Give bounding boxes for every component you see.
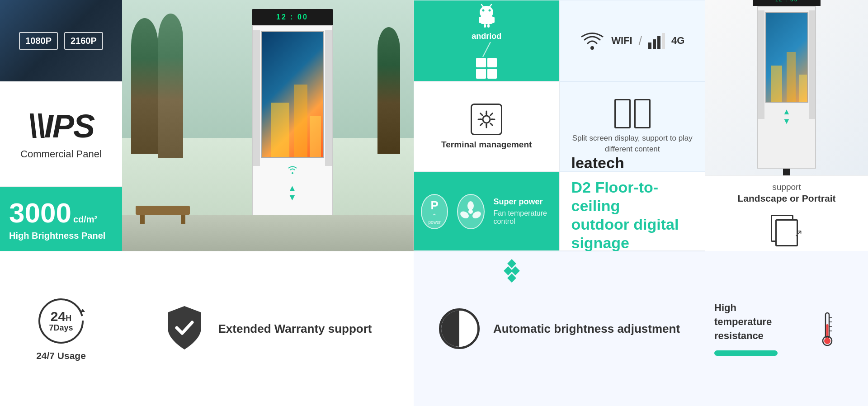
super-power-badge: P ⌃ power: [421, 194, 448, 229]
product-title: D2 Floor-to-ceilingoutdoor digital signa…: [571, 178, 694, 252]
auto-brightness-section: Automatic brightness adjustment: [414, 251, 705, 406]
24h-usage: 24H 7Days 24/7 Usage: [36, 296, 86, 361]
portrait-kiosk-time: 12 : 00: [775, 0, 798, 3]
high-temp-section: High temperature resistance: [705, 251, 787, 406]
orientation-label: Landscape or Portrait: [714, 193, 859, 204]
svg-rect-10: [487, 24, 490, 28]
portrait-arrow-up: ▲: [783, 107, 791, 117]
brightness-half-icon: [439, 308, 480, 349]
high-temp-text: High temperature resistance: [714, 301, 778, 343]
resolution-section: 1080P 2160P: [0, 0, 122, 81]
support-label: support: [714, 182, 859, 192]
24h-circle: 24H 7Days: [36, 296, 86, 346]
super-fan-labels: Super power Fan temperature control: [494, 197, 552, 226]
super-power-sublabel: power: [429, 220, 441, 225]
terminal-label: Terminal management: [441, 140, 532, 150]
warranty-text: Extended Warranty support: [218, 320, 372, 338]
super-fan-cell: P ⌃ power Super power Fan temperature co…: [414, 172, 560, 251]
copy-document-icon: ↗: [771, 215, 802, 246]
svg-point-16: [468, 209, 473, 214]
svg-line-5: [490, 5, 491, 7]
svg-line-4: [481, 5, 483, 7]
main-title-cell: leatech D2 Floor-to-ceilingoutdoor digit…: [560, 172, 706, 251]
orientation-section: support Landscape or Portrait: [705, 175, 868, 210]
product-image-section: 12 : 00: [122, 0, 414, 251]
svg-point-0: [292, 172, 293, 174]
svg-point-12: [483, 116, 490, 123]
days-label: 7Days: [49, 323, 73, 333]
wifi-label: WIFI: [611, 35, 632, 47]
thermometer-section: [787, 251, 868, 406]
hours-label: 24H: [51, 310, 71, 323]
fan-label: Fan temperature control: [494, 209, 552, 226]
svg-point-21: [824, 338, 830, 344]
svg-rect-6: [481, 16, 493, 24]
connectivity-cell: WIFI / 4G: [560, 0, 706, 81]
svg-rect-8: [492, 17, 495, 23]
kiosk-arrow-up: ▲: [288, 183, 297, 194]
svg-point-3: [488, 9, 491, 11]
kiosk-arrow-down: ▼: [288, 192, 297, 203]
usage-section: 24H 7Days 24/7 Usage: [0, 251, 122, 406]
auto-brightness-text: Automatic brightness adjustment: [493, 321, 680, 337]
left-panel: 1080P 2160P \\IPS Commercial Panel 3000 …: [0, 0, 122, 251]
portrait-kiosk-section: 12 : 00 ▲ ▼: [705, 0, 868, 175]
svg-rect-19: [826, 324, 829, 338]
super-p-icon: P: [430, 198, 438, 212]
product-scene: 12 : 00: [122, 0, 414, 251]
terminal-cell: Terminal management: [414, 81, 560, 172]
gear-settings-icon: [471, 104, 502, 135]
os-feature-cell: andriod ╱: [414, 0, 560, 81]
svg-rect-7: [479, 17, 481, 23]
android-icon: [474, 3, 499, 30]
right-panel-top: 12 : 00 ▲ ▼ support Landsc: [705, 0, 868, 251]
split-screen-icon: [614, 99, 651, 128]
svg-point-11: [590, 46, 594, 50]
copy-icon-section: ↗: [705, 210, 868, 251]
svg-point-2: [482, 9, 484, 11]
android-label: andriod: [472, 32, 501, 41]
kiosk-time-display: 12 : 00: [276, 13, 308, 21]
fan-badge: [457, 194, 484, 229]
network-label: 4G: [671, 35, 684, 47]
signal-icon: [648, 33, 665, 49]
features-grid: andriod ╱: [414, 0, 705, 251]
res-2160p: 2160P: [64, 32, 103, 50]
shield-icon: [164, 304, 205, 353]
brand-name: leatech: [571, 154, 624, 172]
bottom-right-section: High temperature resistance: [705, 251, 868, 406]
brightness-section: 3000 cd/m² High Brightness Panel: [0, 187, 122, 251]
kiosk-device: 12 : 00: [252, 9, 333, 235]
slash-divider: /: [639, 34, 642, 48]
kiosk-wifi-indicator: [286, 163, 299, 176]
wifi-icon: [580, 30, 605, 52]
temp-progress-bar: [714, 350, 778, 356]
portrait-arrow-down: ▼: [783, 117, 791, 126]
usage-label: 24/7 Usage: [36, 350, 86, 361]
commercial-panel-label: Commercial Panel: [20, 148, 102, 160]
brightness-number: 3000: [9, 197, 71, 229]
brightness-unit: cd/m²: [73, 214, 97, 225]
svg-rect-9: [484, 24, 486, 28]
super-power-label: Super power: [494, 197, 552, 207]
kiosk-screen: [261, 31, 324, 158]
brightness-label: High Brightness Panel: [9, 231, 113, 241]
warranty-section: Extended Warranty support: [122, 251, 414, 406]
windows-icon: [476, 58, 497, 79]
portrait-kiosk: 12 : 00 ▲ ▼: [753, 0, 821, 175]
ips-label: \\IPS: [28, 108, 94, 145]
ips-panel-section: \\IPS Commercial Panel: [0, 81, 122, 187]
os-slash: ╱: [483, 42, 491, 57]
res-1080p: 1080P: [19, 32, 58, 50]
split-screen-label: Split screen display, support to play di…: [567, 133, 698, 155]
super-power-chevron: ⌃: [432, 212, 437, 220]
svg-point-13: [467, 201, 474, 210]
